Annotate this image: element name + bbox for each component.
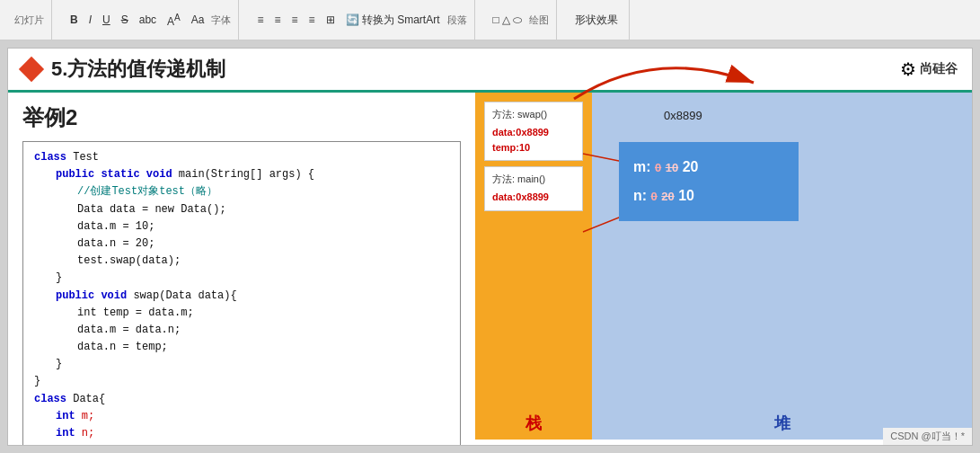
bold-button[interactable]: B xyxy=(66,12,82,28)
code-line-13: } xyxy=(56,356,449,373)
heap-n-row: n: 0 20 10 xyxy=(633,182,784,210)
underline-button[interactable]: U xyxy=(99,12,114,28)
example-label: 举例2 xyxy=(22,103,461,132)
slide-header: 5.方法的值传递机制 ⚙ 尚硅谷 xyxy=(8,49,972,93)
justify[interactable]: ≡ xyxy=(305,12,318,28)
clipboard-section: 幻灯片 xyxy=(7,0,52,40)
heap-n-old: 0 xyxy=(651,190,658,203)
shape-effect-button[interactable]: 形状效果 xyxy=(571,11,622,30)
code-line-16: int m; xyxy=(56,408,449,425)
toolbar: 幻灯片 B I U S abc AA Aa 字体 ≡ ≡ ≡ ≡ ⊞ 🔄 转换为… xyxy=(0,0,980,40)
font-aa[interactable]: AA xyxy=(163,11,184,30)
shape-effect-label: 形状效果 xyxy=(575,13,618,26)
draw-section-label: 绘图 xyxy=(529,13,549,27)
code-line-10: int temp = data.m; xyxy=(77,305,449,322)
font-section-label: 字体 xyxy=(211,13,231,27)
code-line-12: data.n = temp; xyxy=(77,339,449,356)
smartart-convert[interactable]: 🔄 转换为 SmartArt xyxy=(342,11,444,30)
heap-n-mid: 20 xyxy=(661,190,674,203)
code-line-6: data.n = 20; xyxy=(77,235,449,253)
swap-card-data: data:0x8899 temp:10 xyxy=(492,125,575,155)
main-stack-card: 方法: main() data:0x8899 xyxy=(484,166,583,211)
bottom-bar: CSDN @叮当！* xyxy=(883,428,972,445)
bottom-bar-text: CSDN @叮当！* xyxy=(890,431,965,441)
code-line-4: Data data = new Data(); xyxy=(77,201,449,218)
heap-panel: 0x8899 m: 0 10 20 n: 0 20 10 xyxy=(592,93,972,440)
toolbar-label: 幻灯片 xyxy=(14,13,44,27)
code-line-5: data.m = 10; xyxy=(77,218,449,235)
code-line-11: data.m = data.n; xyxy=(77,322,449,339)
font-section: B I U S abc AA Aa 字体 xyxy=(59,0,239,40)
paragraph-section-label: 段落 xyxy=(447,13,467,27)
heap-object: m: 0 10 20 n: 0 20 10 xyxy=(619,142,799,221)
code-line-18: } xyxy=(34,442,449,446)
heap-label: 堆 xyxy=(774,413,790,434)
code-box: class Test public static void main(Strin… xyxy=(22,141,461,446)
draw-shapes[interactable]: □ △ ⬭ xyxy=(490,12,526,28)
slide: 5.方法的值传递机制 ⚙ 尚硅谷 举例2 class Test public s… xyxy=(7,48,973,446)
code-line-2: public static void main(String[] args) { xyxy=(56,166,449,183)
font-abc: abc xyxy=(136,12,160,28)
stack-label: 栈 xyxy=(525,413,542,434)
smartart-label: 转换为 SmartArt xyxy=(362,13,440,26)
heap-n-new: 10 xyxy=(678,188,694,203)
code-line-1: class Test xyxy=(34,149,449,166)
heap-n-label: n: xyxy=(633,188,647,203)
code-line-8: } xyxy=(56,270,449,287)
align-center[interactable]: ≡ xyxy=(270,12,284,28)
paragraph-section: ≡ ≡ ≡ ≡ ⊞ 🔄 转换为 SmartArt 段落 xyxy=(246,0,474,40)
left-panel: 举例2 class Test public static void main(S… xyxy=(8,93,475,440)
align-right[interactable]: ≡ xyxy=(287,12,301,28)
stack-panel: 方法: swap() data:0x8899 temp:10 方法: main(… xyxy=(475,93,592,440)
code-line-9: public void swap(Data data){ xyxy=(56,288,449,305)
swap-data-line2: temp:10 xyxy=(492,142,530,153)
code-line-7: test.swap(data); xyxy=(77,253,449,270)
heap-m-old: 0 xyxy=(655,161,661,174)
heap-m-new: 20 xyxy=(683,159,699,174)
smartart-icon: 🔄 xyxy=(346,13,359,26)
slide-title: 5.方法的值传递机制 xyxy=(51,56,225,83)
slide-container: 5.方法的值传递机制 ⚙ 尚硅谷 举例2 class Test public s… xyxy=(0,40,980,453)
code-line-15: class Data{ xyxy=(34,391,449,408)
swap-data-line1: data:0x8899 xyxy=(492,127,549,138)
draw-section: □ △ ⬭ 绘图 xyxy=(482,0,558,40)
heap-m-row: m: 0 10 20 xyxy=(633,153,784,182)
heap-address: 0x8899 xyxy=(664,109,702,122)
heap-m-mid: 10 xyxy=(666,161,678,174)
code-line-17: int n; xyxy=(56,425,449,442)
font-size[interactable]: Aa xyxy=(188,12,208,28)
strikethrough-button[interactable]: S xyxy=(118,12,132,28)
shape-effect-section: 形状效果 xyxy=(564,0,630,40)
code-line-3: //创建Test对象test（略） xyxy=(77,183,449,200)
column-layout[interactable]: ⊞ xyxy=(322,12,339,28)
logo-area: ⚙ 尚硅谷 xyxy=(900,58,958,80)
main-card-data: data:0x8899 xyxy=(492,190,575,205)
align-left[interactable]: ≡ xyxy=(253,12,267,28)
swap-card-title: 方法: swap() xyxy=(492,108,575,121)
main-data-line1: data:0x8899 xyxy=(492,191,549,202)
slide-content: 举例2 class Test public static void main(S… xyxy=(8,93,972,440)
header-diamond-icon xyxy=(19,57,44,82)
logo-icon: ⚙ xyxy=(900,58,916,80)
main-card-title: 方法: main() xyxy=(492,173,575,186)
italic-button[interactable]: I xyxy=(85,12,95,28)
swap-stack-card: 方法: swap() data:0x8899 temp:10 xyxy=(484,102,583,161)
logo-text: 尚硅谷 xyxy=(920,61,958,77)
code-line-14: } xyxy=(34,373,449,390)
heap-m-label: m: xyxy=(633,159,651,174)
